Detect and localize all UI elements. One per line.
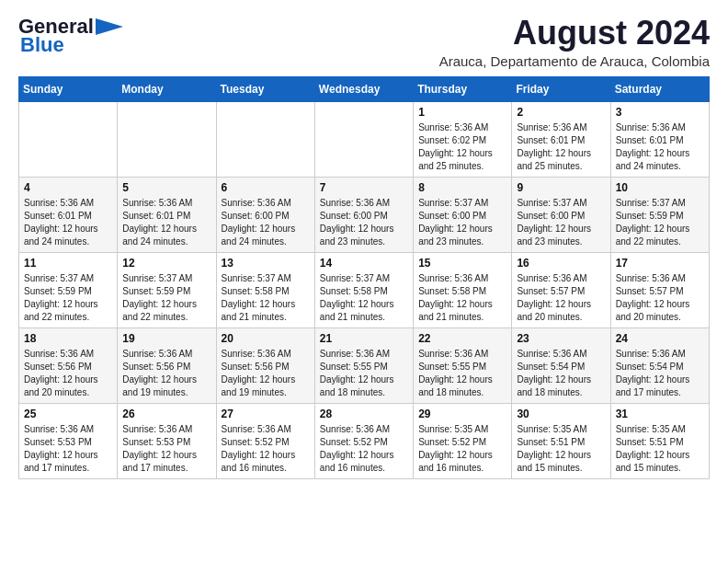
day-info: Sunrise: 5:36 AM Sunset: 6:01 PM Dayligh… [24,197,112,248]
calendar-day-cell: 2Sunrise: 5:36 AM Sunset: 6:01 PM Daylig… [512,101,610,177]
calendar-day-cell: 27Sunrise: 5:36 AM Sunset: 5:52 PM Dayli… [216,403,314,478]
day-info: Sunrise: 5:35 AM Sunset: 5:52 PM Dayligh… [418,423,506,475]
calendar-day-cell: 8Sunrise: 5:37 AM Sunset: 6:00 PM Daylig… [414,177,512,252]
calendar-week-row: 4Sunrise: 5:36 AM Sunset: 6:01 PM Daylig… [19,177,710,252]
day-number: 3 [616,106,704,119]
day-number: 8 [418,181,506,194]
calendar-week-row: 25Sunrise: 5:36 AM Sunset: 5:53 PM Dayli… [19,403,710,478]
day-info: Sunrise: 5:37 AM Sunset: 6:00 PM Dayligh… [418,197,506,248]
day-number: 5 [122,181,210,194]
day-info: Sunrise: 5:36 AM Sunset: 6:01 PM Dayligh… [517,121,605,173]
day-number: 22 [418,332,506,345]
calendar-day-cell [19,101,118,177]
day-number: 12 [122,257,210,270]
calendar-header-cell: Monday [118,76,216,101]
day-number: 14 [320,257,408,270]
day-info: Sunrise: 5:37 AM Sunset: 5:58 PM Dayligh… [320,272,408,324]
day-number: 15 [418,257,506,270]
calendar-day-cell: 16Sunrise: 5:36 AM Sunset: 5:57 PM Dayli… [512,252,610,327]
calendar-day-cell: 15Sunrise: 5:36 AM Sunset: 5:58 PM Dayli… [414,252,512,327]
calendar-table: SundayMondayTuesdayWednesdayThursdayFrid… [18,76,710,479]
calendar-day-cell [314,101,413,177]
calendar-day-cell: 23Sunrise: 5:36 AM Sunset: 5:54 PM Dayli… [512,327,610,403]
day-number: 9 [517,181,605,194]
day-info: Sunrise: 5:36 AM Sunset: 6:00 PM Dayligh… [222,197,310,248]
calendar-day-cell: 26Sunrise: 5:36 AM Sunset: 5:53 PM Dayli… [118,403,216,478]
day-info: Sunrise: 5:35 AM Sunset: 5:51 PM Dayligh… [517,423,605,475]
day-info: Sunrise: 5:36 AM Sunset: 5:55 PM Dayligh… [418,348,506,399]
calendar-day-cell: 22Sunrise: 5:36 AM Sunset: 5:55 PM Dayli… [414,327,512,403]
calendar-day-cell: 10Sunrise: 5:37 AM Sunset: 5:59 PM Dayli… [610,177,709,252]
calendar-header-cell: Sunday [19,76,118,101]
calendar-day-cell: 4Sunrise: 5:36 AM Sunset: 6:01 PM Daylig… [19,177,118,252]
day-info: Sunrise: 5:36 AM Sunset: 5:58 PM Dayligh… [418,272,506,324]
calendar-day-cell: 21Sunrise: 5:36 AM Sunset: 5:55 PM Dayli… [314,327,413,403]
calendar-week-row: 11Sunrise: 5:37 AM Sunset: 5:59 PM Dayli… [19,252,710,327]
day-number: 18 [24,332,112,345]
logo-blue-text: Blue [18,33,64,57]
day-info: Sunrise: 5:36 AM Sunset: 5:52 PM Dayligh… [320,423,408,475]
day-number: 4 [24,181,112,194]
day-info: Sunrise: 5:36 AM Sunset: 5:57 PM Dayligh… [616,272,704,324]
calendar-day-cell: 19Sunrise: 5:36 AM Sunset: 5:56 PM Dayli… [118,327,216,403]
calendar-day-cell: 18Sunrise: 5:36 AM Sunset: 5:56 PM Dayli… [19,327,118,403]
calendar-day-cell: 7Sunrise: 5:36 AM Sunset: 6:00 PM Daylig… [314,177,413,252]
day-info: Sunrise: 5:36 AM Sunset: 6:02 PM Dayligh… [418,121,506,173]
calendar-day-cell: 13Sunrise: 5:37 AM Sunset: 5:58 PM Dayli… [216,252,314,327]
day-info: Sunrise: 5:36 AM Sunset: 5:56 PM Dayligh… [24,348,112,399]
day-number: 19 [122,332,210,345]
day-number: 31 [616,408,704,420]
calendar-day-cell: 5Sunrise: 5:36 AM Sunset: 6:01 PM Daylig… [118,177,216,252]
day-info: Sunrise: 5:37 AM Sunset: 5:59 PM Dayligh… [616,197,704,248]
day-number: 25 [24,408,112,420]
calendar-day-cell: 1Sunrise: 5:36 AM Sunset: 6:02 PM Daylig… [414,101,512,177]
day-number: 17 [616,257,704,270]
calendar-week-row: 1Sunrise: 5:36 AM Sunset: 6:02 PM Daylig… [19,101,710,177]
main-title: August 2024 [439,15,710,52]
day-number: 13 [222,257,310,270]
day-info: Sunrise: 5:36 AM Sunset: 6:01 PM Dayligh… [616,121,704,173]
calendar-header: SundayMondayTuesdayWednesdayThursdayFrid… [19,76,710,101]
calendar-day-cell: 6Sunrise: 5:36 AM Sunset: 6:00 PM Daylig… [216,177,314,252]
title-block: August 2024 Arauca, Departamento de Arau… [439,15,710,69]
calendar-day-cell: 24Sunrise: 5:36 AM Sunset: 5:54 PM Dayli… [610,327,709,403]
day-number: 30 [517,408,605,420]
day-info: Sunrise: 5:36 AM Sunset: 5:53 PM Dayligh… [122,423,210,475]
day-number: 11 [24,257,112,270]
day-number: 21 [320,332,408,345]
day-info: Sunrise: 5:36 AM Sunset: 5:56 PM Dayligh… [122,348,210,399]
logo: General Blue [18,15,123,57]
day-info: Sunrise: 5:36 AM Sunset: 5:52 PM Dayligh… [222,423,310,475]
calendar-body: 1Sunrise: 5:36 AM Sunset: 6:02 PM Daylig… [19,101,710,478]
day-number: 10 [616,181,704,194]
day-number: 16 [517,257,605,270]
day-info: Sunrise: 5:36 AM Sunset: 5:53 PM Dayligh… [24,423,112,475]
calendar-day-cell: 28Sunrise: 5:36 AM Sunset: 5:52 PM Dayli… [314,403,413,478]
day-info: Sunrise: 5:37 AM Sunset: 5:59 PM Dayligh… [24,272,112,324]
calendar-day-cell: 29Sunrise: 5:35 AM Sunset: 5:52 PM Dayli… [414,403,512,478]
calendar-day-cell [216,101,314,177]
svg-marker-0 [96,18,123,35]
day-number: 2 [517,106,605,119]
day-number: 29 [418,408,506,420]
day-info: Sunrise: 5:36 AM Sunset: 5:55 PM Dayligh… [320,348,408,399]
day-number: 24 [616,332,704,345]
day-info: Sunrise: 5:37 AM Sunset: 6:00 PM Dayligh… [517,197,605,248]
calendar-day-cell: 3Sunrise: 5:36 AM Sunset: 6:01 PM Daylig… [610,101,709,177]
calendar-day-cell: 20Sunrise: 5:36 AM Sunset: 5:56 PM Dayli… [216,327,314,403]
calendar-day-cell: 14Sunrise: 5:37 AM Sunset: 5:58 PM Dayli… [314,252,413,327]
day-number: 6 [222,181,310,194]
day-number: 20 [222,332,310,345]
day-info: Sunrise: 5:35 AM Sunset: 5:51 PM Dayligh… [616,423,704,475]
day-info: Sunrise: 5:36 AM Sunset: 6:00 PM Dayligh… [320,197,408,248]
calendar-day-cell: 11Sunrise: 5:37 AM Sunset: 5:59 PM Dayli… [19,252,118,327]
calendar-day-cell: 9Sunrise: 5:37 AM Sunset: 6:00 PM Daylig… [512,177,610,252]
calendar-header-cell: Thursday [414,76,512,101]
calendar-header-cell: Friday [512,76,610,101]
subtitle: Arauca, Departamento de Arauca, Colombia [439,53,710,69]
day-number: 7 [320,181,408,194]
calendar-day-cell [118,101,216,177]
calendar-header-cell: Wednesday [314,76,413,101]
day-info: Sunrise: 5:36 AM Sunset: 5:54 PM Dayligh… [616,348,704,399]
calendar-header-cell: Saturday [610,76,709,101]
